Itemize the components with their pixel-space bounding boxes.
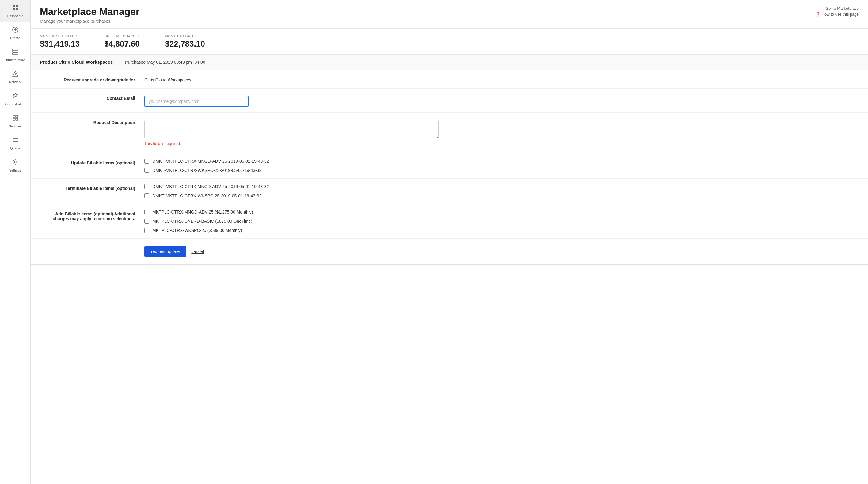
svg-rect-15 xyxy=(16,118,18,120)
content-area: Product Citrix Cloud Workspaces Purchase… xyxy=(31,55,868,277)
how-to-use-link[interactable]: ❓ How to use this page xyxy=(815,12,859,17)
go-to-marketplace-link[interactable]: Go To Marketplace xyxy=(826,6,859,11)
svg-rect-1 xyxy=(16,5,18,7)
form-row-upgrade: Request upgrade or downgrade for Citrix … xyxy=(31,70,868,89)
sidebar-item-label-network: Network xyxy=(9,80,21,84)
sidebar-item-label-settings: Settings xyxy=(9,168,22,172)
update-billable-checkbox-1[interactable] xyxy=(144,168,149,173)
cancel-button[interactable]: cancel xyxy=(191,249,204,254)
sidebar-item-queue[interactable]: Queue xyxy=(0,132,30,154)
update-billable-label: Update Billable Items (optional) xyxy=(40,159,144,165)
add-billable-checkbox-2[interactable] xyxy=(144,228,149,233)
request-desc-label: Request Description xyxy=(40,118,144,125)
update-billable-item-1[interactable]: DMKT-MKTPLC-CTRX-WKSPC-25-2019-05-01-19-… xyxy=(144,168,859,173)
sidebar-item-label-queue: Queue xyxy=(10,147,20,150)
sidebar-item-label-services: Services xyxy=(8,124,22,128)
error-required: This field is required. xyxy=(144,141,181,146)
sidebar-item-network[interactable]: Network xyxy=(0,66,30,88)
form-row-terminate-billable: Terminate Billable Items (optional) DMKT… xyxy=(31,179,868,204)
request-form: Request upgrade or downgrade for Citrix … xyxy=(31,70,868,265)
svg-rect-14 xyxy=(13,118,15,120)
request-update-button[interactable]: request update xyxy=(144,246,186,257)
update-billable-checkbox-0[interactable] xyxy=(144,159,149,164)
dashboard-icon xyxy=(12,4,19,13)
upgrade-value: Citrix Cloud Workspaces xyxy=(144,76,859,83)
svg-rect-12 xyxy=(13,116,15,118)
sidebar: Dashboard Create Infrastructure Network … xyxy=(0,0,31,484)
upgrade-label: Request upgrade or downgrade for xyxy=(40,76,144,83)
one-time-value: $4,807.60 xyxy=(104,39,141,49)
svg-rect-2 xyxy=(12,8,15,10)
help-icon: ❓ xyxy=(815,12,820,17)
sidebar-item-label-dashboard: Dashboard xyxy=(7,14,24,18)
monthly-estimate-value: $31,419.13 xyxy=(40,39,80,49)
purchase-date: Purchased May 01, 2019 03:43 pm -04:00 xyxy=(125,60,205,65)
svg-rect-8 xyxy=(12,51,18,53)
stats-bar: MONTHLY ESTIMATE* $31,419.13 ONE TIME CH… xyxy=(31,29,868,55)
month-to-date-label: MONTH TO DATE xyxy=(165,34,205,38)
stat-one-time: ONE TIME CHARGES $4,807.60 xyxy=(104,34,141,49)
sidebar-item-infrastructure[interactable]: Infrastructure xyxy=(0,44,30,66)
settings-icon xyxy=(12,159,19,167)
form-row-update-billable: Update Billable Items (optional) DMKT-MK… xyxy=(31,153,868,179)
sidebar-item-create[interactable]: Create xyxy=(0,22,30,44)
form-row-email: Contact Email xyxy=(31,89,868,113)
update-billable-item-0[interactable]: DMKT-MKTPLC-CTRX-MNGD-ADV-25-2019-05-01-… xyxy=(144,159,859,164)
product-name: Product Citrix Cloud Workspaces xyxy=(40,59,113,65)
svg-rect-0 xyxy=(12,5,15,7)
one-time-label: ONE TIME CHARGES xyxy=(104,34,141,38)
page-title: Marketplace Manager xyxy=(40,6,140,18)
svg-rect-13 xyxy=(16,116,18,118)
email-input[interactable] xyxy=(144,96,249,107)
stat-month-to-date: MONTH TO DATE $22,783.10 xyxy=(165,34,205,49)
terminate-billable-checkbox-0[interactable] xyxy=(144,184,149,189)
svg-point-19 xyxy=(14,161,16,163)
svg-rect-3 xyxy=(16,8,18,10)
add-billable-checkbox-0[interactable] xyxy=(144,209,149,215)
page-header: Marketplace Manager Manage your marketpl… xyxy=(31,0,868,29)
sidebar-item-label-infrastructure: Infrastructure xyxy=(5,58,25,62)
monthly-estimate-label: MONTHLY ESTIMATE* xyxy=(40,34,80,38)
add-billable-item-0[interactable]: MKTPLC-CTRX-MNGD-ADV-25 ($1,275.00 Month… xyxy=(144,209,859,215)
update-billable-checkboxes: DMKT-MKTPLC-CTRX-MNGD-ADV-25-2019-05-01-… xyxy=(144,159,859,173)
sidebar-item-services[interactable]: Services xyxy=(0,110,30,132)
header-left: Marketplace Manager Manage your marketpl… xyxy=(40,6,140,24)
month-to-date-value: $22,783.10 xyxy=(165,39,205,49)
sidebar-item-settings[interactable]: Settings xyxy=(0,154,30,176)
add-billable-item-2[interactable]: MKTPLC-CTRX-WKSPC-25 ($589.00 Monthly) xyxy=(144,228,859,233)
sidebar-item-dashboard[interactable]: Dashboard xyxy=(0,0,30,22)
request-desc-textarea[interactable] xyxy=(144,120,439,138)
svg-rect-7 xyxy=(12,53,18,55)
svg-rect-9 xyxy=(12,49,18,51)
network-icon xyxy=(12,70,19,79)
form-row-description: Request Description This field is requir… xyxy=(31,113,868,153)
terminate-billable-checkboxes: DMKT-MKTPLC-CTRX-MNGD-ADV-25-2019-05-01-… xyxy=(144,184,859,198)
main-content: Marketplace Manager Manage your marketpl… xyxy=(31,0,868,484)
form-buttons: request update cancel xyxy=(31,238,868,264)
email-field-container xyxy=(144,94,859,107)
add-billable-label: Add Billable Items (optional) Additional… xyxy=(40,209,144,221)
product-header: Product Citrix Cloud Workspaces Purchase… xyxy=(31,55,868,70)
page-subtitle: Manage your marketplace purchases. xyxy=(40,19,140,24)
orchestration-icon xyxy=(12,93,19,101)
stat-monthly-estimate: MONTHLY ESTIMATE* $31,419.13 xyxy=(40,34,80,49)
sidebar-item-label-orchestration: Orchestration xyxy=(5,102,25,106)
infrastructure-icon xyxy=(12,49,19,57)
terminate-billable-label: Terminate Billable Items (optional) xyxy=(40,184,144,191)
create-icon xyxy=(12,26,19,35)
sidebar-item-label-create: Create xyxy=(10,36,20,40)
terminate-billable-checkbox-1[interactable] xyxy=(144,193,149,198)
queue-icon xyxy=(12,137,19,145)
add-billable-checkbox-1[interactable] xyxy=(144,219,149,224)
header-right: Go To Marketplace ❓ How to use this page xyxy=(815,6,859,17)
terminate-billable-item-1[interactable]: DMKT-MKTPLC-CTRX-WKSPC-25-2019-05-01-19-… xyxy=(144,193,859,198)
sidebar-item-orchestration[interactable]: Orchestration xyxy=(0,88,30,110)
contact-email-label: Contact Email xyxy=(40,94,144,101)
terminate-billable-item-0[interactable]: DMKT-MKTPLC-CTRX-MNGD-ADV-25-2019-05-01-… xyxy=(144,184,859,189)
form-row-add-billable: Add Billable Items (optional) Additional… xyxy=(31,204,868,238)
add-billable-item-1[interactable]: MKTPLC-CTRX-ONBRD-BASIC ($875.00 OneTime… xyxy=(144,219,859,224)
request-desc-container xyxy=(144,118,859,139)
add-billable-checkboxes: MKTPLC-CTRX-MNGD-ADV-25 ($1,275.00 Month… xyxy=(144,209,859,233)
services-icon xyxy=(12,115,19,123)
